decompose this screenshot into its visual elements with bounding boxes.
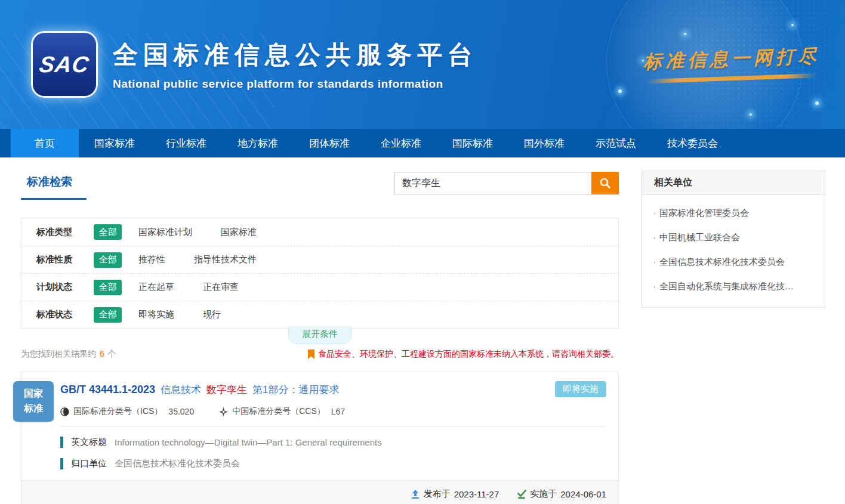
nav-item-industry-standards[interactable]: 行业标准 — [150, 129, 222, 157]
main-nav: 首页 国家标准 行业标准 地方标准 团体标准 企业标准 国际标准 国外标准 示范… — [0, 129, 845, 157]
nav-item-home[interactable]: 首页 — [11, 129, 79, 157]
related-unit-label: 全国自动化系统与集成标准化技… — [659, 281, 794, 291]
standard-title-part1[interactable]: 信息技术 — [161, 383, 201, 397]
list-bullet: · — [653, 232, 656, 242]
brand-text: 全国标准信息公共服务平台 National public service pla… — [113, 38, 478, 91]
filter-row-standard-type: 标准类型 全部 国家标准计划 国家标准 — [21, 218, 618, 246]
nav-item-local-standards[interactable]: 地方标准 — [222, 129, 294, 157]
sac-logo[interactable]: SAC — [33, 33, 96, 96]
related-units-panel: 相关单位 ·国家标准化管理委员会 ·中国机械工业联合会 ·全国信息技术标准化技术… — [642, 171, 825, 308]
related-unit-label: 全国信息技术标准化技术委员会 — [659, 256, 785, 267]
filter-row-standard-nature: 标准性质 全部 推荐性 指导性技术文件 — [21, 246, 618, 273]
related-unit-link[interactable]: ·国家标准化管理委员会 — [642, 201, 825, 225]
filter-all-button[interactable]: 全部 — [94, 252, 122, 268]
department-value: 全国信息技术标准化技术委员会 — [115, 458, 240, 469]
standard-title-row: GB/T 43441.1-2023 信息技术 数字孪生 第1部分：通用要求 即将… — [60, 383, 606, 397]
nav-item-foreign-standards[interactable]: 国外标准 — [508, 129, 580, 157]
filter-option[interactable]: 推荐性 — [138, 254, 165, 265]
filter-all-button[interactable]: 全部 — [94, 280, 122, 295]
card-body: GB/T 43441.1-2023 信息技术 数字孪生 第1部分：通用要求 即将… — [21, 372, 618, 469]
ccs-value: L67 — [331, 407, 345, 416]
result-count-prefix: 为您找到相关结果约 — [21, 349, 96, 358]
nav-item-group-standards[interactable]: 团体标准 — [294, 129, 365, 157]
filter-label: 计划状态 — [36, 282, 94, 293]
teal-bar-decoration — [60, 437, 63, 448]
ics-label: 国际标准分类号（ICS） — [73, 406, 162, 417]
globe-icon — [60, 407, 73, 416]
compass-icon — [219, 407, 232, 416]
ccs-group: 中国标准分类号（CCS） L67 — [219, 406, 345, 417]
search-input[interactable] — [394, 172, 591, 194]
search-row: 标准检索 — [21, 171, 619, 210]
list-bullet: · — [653, 256, 656, 267]
related-unit-label: 中国机械工业联合会 — [659, 232, 740, 242]
english-title-label: 英文标题 — [71, 437, 107, 448]
card-footer: 发布于 2023-11-27 实施于 2024-06-01 — [21, 480, 618, 504]
filter-label: 标准性质 — [36, 254, 94, 265]
result-count-number: 6 — [100, 349, 104, 358]
search-button[interactable] — [591, 172, 619, 194]
related-unit-link[interactable]: ·全国自动化系统与集成标准化技… — [642, 274, 825, 299]
status-badge: 即将实施 — [555, 381, 606, 397]
filter-option[interactable]: 正在起草 — [138, 282, 174, 293]
ccs-label: 中国标准分类号（CCS） — [232, 406, 325, 417]
related-unit-label: 国家标准化管理委员会 — [659, 208, 749, 218]
standard-type-badge: 国家 标准 — [13, 381, 54, 422]
filter-all-button[interactable]: 全部 — [94, 307, 122, 323]
implement-date-group: 实施于 2024-06-01 — [517, 488, 606, 500]
standard-type-badge-line1: 国家 — [24, 386, 43, 401]
publish-date-group: 发布于 2023-11-27 — [411, 488, 499, 500]
notice-text: 食品安全、环境保护、工程建设方面的国家标准未纳入本系统，请咨询相关部委。 — [318, 349, 619, 360]
teal-bar-decoration — [60, 458, 63, 469]
ics-value: 35.020 — [168, 407, 194, 416]
page: SAC 全国标准信息公共服务平台 National public service… — [0, 0, 845, 504]
english-title-value: Information technology—Digital twin—Part… — [115, 437, 382, 447]
filter-option[interactable]: 国家标准 — [221, 227, 257, 238]
banner-slogan-text: 标准信息一网打尽 — [643, 44, 820, 75]
related-unit-link[interactable]: ·全国信息技术标准化技术委员会 — [642, 250, 825, 274]
filter-option[interactable]: 即将实施 — [138, 309, 174, 320]
site-subtitle: National public service platform for sta… — [113, 78, 478, 91]
implement-label: 实施于 — [530, 488, 557, 500]
department-label: 归口单位 — [71, 458, 107, 469]
standard-title-highlight[interactable]: 数字孪生 — [206, 383, 247, 397]
filter-option[interactable]: 正在审查 — [203, 282, 239, 293]
publish-date: 2023-11-27 — [454, 489, 499, 499]
filter-option[interactable]: 指导性技术文件 — [194, 254, 257, 265]
implement-check-icon — [517, 490, 530, 499]
publish-label: 发布于 — [424, 488, 451, 500]
list-bullet: · — [653, 281, 656, 291]
content: 标准检索 标准类型 — [0, 157, 845, 504]
filter-row-standard-status: 标准状态 全部 即将实施 现行 — [21, 301, 618, 328]
nav-item-international-standards[interactable]: 国际标准 — [437, 129, 508, 157]
standard-title-part2[interactable]: 第1部分：通用要求 — [252, 383, 339, 397]
site-banner: SAC 全国标准信息公共服务平台 National public service… — [0, 0, 845, 129]
nav-item-technical-committees[interactable]: 技术委员会 — [652, 129, 733, 157]
filter-label: 标准类型 — [36, 227, 94, 238]
nav-item-enterprise-standards[interactable]: 企业标准 — [365, 129, 437, 157]
search-box — [394, 172, 619, 194]
expand-conditions-button[interactable]: 展开条件 — [288, 326, 351, 344]
bookmark-icon — [307, 350, 315, 359]
results-row: 为您找到相关结果约 6 个 食品安全、环境保护、工程建设方面的国家标准未纳入本系… — [21, 349, 619, 360]
notice: 食品安全、环境保护、工程建设方面的国家标准未纳入本系统，请咨询相关部委。 — [307, 349, 619, 360]
result-count-suffix: 个 — [108, 349, 116, 358]
nav-item-national-standards[interactable]: 国家标准 — [79, 129, 150, 157]
filter-option[interactable]: 现行 — [203, 309, 221, 320]
search-icon — [599, 177, 611, 189]
filter-option[interactable]: 国家标准计划 — [138, 227, 192, 238]
implement-date: 2024-06-01 — [560, 489, 606, 499]
nav-item-pilot-demo[interactable]: 示范试点 — [580, 129, 652, 157]
page-title: 标准检索 — [21, 171, 87, 200]
filter-panel: 标准类型 全部 国家标准计划 国家标准 标准性质 全部 推荐性 指导性技术文件 … — [21, 218, 619, 329]
english-title-row: 英文标题 Information technology—Digital twin… — [60, 437, 606, 448]
card-divider — [60, 426, 606, 426]
publish-upload-icon — [411, 490, 424, 499]
brand: SAC 全国标准信息公共服务平台 National public service… — [33, 33, 478, 96]
filter-label: 标准状态 — [36, 309, 94, 320]
related-unit-link[interactable]: ·中国机械工业联合会 — [642, 225, 825, 250]
filter-all-button[interactable]: 全部 — [94, 224, 122, 240]
standard-code-link[interactable]: GB/T 43441.1-2023 — [60, 384, 155, 396]
site-title: 全国标准信息公共服务平台 — [113, 38, 478, 72]
filter-row-plan-status: 计划状态 全部 正在起草 正在审查 — [21, 273, 618, 301]
